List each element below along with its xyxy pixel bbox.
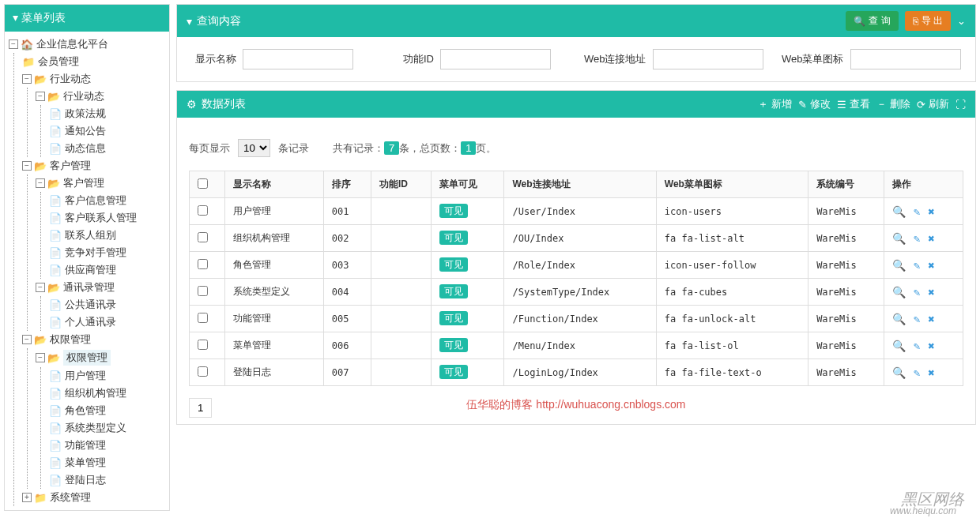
row-delete-icon[interactable]: ✖ — [928, 286, 934, 298]
display-name-input[interactable] — [243, 49, 353, 69]
row-view-icon[interactable]: 🔍 — [892, 232, 906, 245]
tree-leaf[interactable]: 📄用户管理 — [49, 367, 165, 385]
tree-leaf[interactable]: 📄通知公告 — [49, 122, 165, 140]
row-delete-icon[interactable]: ✖ — [928, 313, 934, 325]
tree-leaf[interactable]: 📄登陆日志 — [49, 471, 165, 489]
sidebar: ▾ 菜单列表 −🏠企业信息化平台 📁会员管理 −📂行业动态 −📂行业动态 📄政策… — [4, 4, 170, 511]
collapse-icon[interactable]: − — [9, 39, 18, 49]
row-checkbox[interactable] — [198, 286, 208, 296]
tree-node-selected[interactable]: −📂权限管理 — [36, 348, 165, 367]
row-edit-icon[interactable]: ✎ — [914, 259, 920, 272]
tree-node[interactable]: −📂权限管理 — [22, 331, 165, 348]
col-header[interactable]: 操作 — [884, 171, 963, 198]
col-header[interactable]: Web连接地址 — [504, 171, 656, 198]
row-view-icon[interactable]: 🔍 — [892, 286, 906, 298]
collapse-icon[interactable]: − — [22, 335, 32, 344]
page-size-select[interactable]: 10 — [238, 139, 270, 157]
function-id-input[interactable] — [440, 49, 551, 69]
search-button[interactable]: 🔍查 询 — [846, 11, 898, 31]
tree-leaf[interactable]: 📄公共通讯录 — [49, 296, 165, 313]
col-header[interactable]: 系统编号 — [808, 171, 884, 198]
cell-icon: fa fa-unlock-alt — [656, 306, 808, 332]
cell-sys: WareMis — [808, 225, 884, 252]
web-icon-input[interactable] — [850, 49, 961, 69]
tree-leaf[interactable]: 📄联系人组别 — [49, 227, 165, 244]
tree-leaf[interactable]: 📄菜单管理 — [49, 454, 165, 471]
file-icon: 📄 — [49, 108, 62, 120]
col-header[interactable]: 显示名称 — [225, 171, 323, 198]
row-edit-icon[interactable]: ✎ — [914, 232, 920, 245]
collapse-icon[interactable]: − — [36, 178, 45, 188]
cell-icon: icon-users — [656, 198, 808, 225]
cell-icon: fa fa-file-text-o — [656, 359, 808, 386]
tree-node[interactable]: +📁系统管理 — [22, 489, 165, 506]
tree-root[interactable]: −🏠企业信息化平台 — [9, 36, 165, 53]
row-checkbox[interactable] — [198, 205, 208, 216]
tree-leaf[interactable]: 📄政策法规 — [49, 105, 165, 122]
row-delete-icon[interactable]: ✖ — [928, 366, 934, 379]
row-checkbox[interactable] — [198, 232, 208, 242]
tree-leaf[interactable]: 📄功能管理 — [49, 437, 165, 454]
col-header[interactable]: Web菜单图标 — [656, 171, 808, 198]
row-delete-icon[interactable]: ✖ — [928, 205, 934, 218]
collapse-icon[interactable]: − — [22, 74, 32, 84]
collapse-icon[interactable]: − — [36, 92, 45, 101]
col-header[interactable]: 排序 — [323, 171, 371, 198]
add-button[interactable]: ＋新增 — [758, 97, 792, 111]
cell-order: 001 — [323, 198, 371, 225]
tree-leaf[interactable]: 📄系统类型定义 — [49, 419, 165, 437]
tree-leaf[interactable]: 📄个人通讯录 — [49, 313, 165, 331]
cell-name: 组织机构管理 — [225, 225, 323, 252]
tree-node[interactable]: −📂通讯录管理 — [36, 279, 165, 296]
row-view-icon[interactable]: 🔍 — [892, 205, 906, 218]
row-checkbox[interactable] — [198, 259, 208, 269]
row-view-icon[interactable]: 🔍 — [892, 259, 906, 272]
row-view-icon[interactable]: 🔍 — [892, 366, 906, 379]
tree-leaf[interactable]: 📄动态信息 — [49, 140, 165, 157]
cell-name: 菜单管理 — [225, 332, 323, 359]
tree-leaf[interactable]: 📄组织机构管理 — [49, 385, 165, 402]
row-edit-icon[interactable]: ✎ — [914, 205, 920, 218]
row-delete-icon[interactable]: ✖ — [928, 340, 934, 352]
tree-node[interactable]: −📂行业动态 — [36, 88, 165, 105]
select-all-checkbox[interactable] — [198, 178, 208, 189]
tree-node[interactable]: 📁会员管理 — [22, 53, 165, 70]
row-edit-icon[interactable]: ✎ — [914, 340, 920, 352]
row-checkbox[interactable] — [198, 313, 208, 323]
row-checkbox[interactable] — [198, 366, 208, 377]
cell-url: /LoginLog/Index — [504, 359, 656, 386]
tree-leaf[interactable]: 📄角色管理 — [49, 402, 165, 419]
edit-button[interactable]: ✎修改 — [798, 97, 831, 111]
row-view-icon[interactable]: 🔍 — [892, 313, 906, 325]
tree-leaf[interactable]: 📄供应商管理 — [49, 261, 165, 279]
collapse-icon[interactable]: − — [22, 161, 32, 171]
chevron-down-icon[interactable]: ⌄ — [957, 15, 966, 27]
cell-funcid — [371, 252, 431, 279]
data-panel: ⚙数据列表 ＋新增 ✎修改 ☰查看 －删除 ⟳刷新 ⛶ 每页显示 10 条记录 … — [176, 90, 976, 425]
row-delete-icon[interactable]: ✖ — [928, 232, 934, 245]
row-checkbox[interactable] — [198, 340, 208, 350]
row-edit-icon[interactable]: ✎ — [914, 366, 920, 379]
row-edit-icon[interactable]: ✎ — [914, 286, 920, 298]
collapse-icon[interactable]: − — [36, 353, 45, 362]
row-view-icon[interactable]: 🔍 — [892, 340, 906, 352]
row-delete-icon[interactable]: ✖ — [928, 259, 934, 272]
col-header[interactable]: 菜单可见 — [432, 171, 504, 198]
fullscreen-button[interactable]: ⛶ — [956, 99, 966, 111]
tree-node[interactable]: −📂客户管理 — [22, 157, 165, 175]
delete-button[interactable]: －删除 — [876, 97, 910, 111]
expand-icon[interactable]: + — [22, 493, 32, 502]
row-edit-icon[interactable]: ✎ — [914, 313, 920, 325]
tree-node[interactable]: −📂客户管理 — [36, 175, 165, 192]
tree-node[interactable]: −📂行业动态 — [22, 70, 165, 88]
page-1-button[interactable]: 1 — [189, 398, 212, 418]
view-button[interactable]: ☰查看 — [837, 97, 870, 111]
export-button[interactable]: ⎘导 出 — [905, 11, 951, 31]
collapse-icon[interactable]: − — [36, 283, 45, 292]
tree-leaf[interactable]: 📄竞争对手管理 — [49, 244, 165, 261]
refresh-button[interactable]: ⟳刷新 — [917, 97, 949, 111]
tree-leaf[interactable]: 📄客户信息管理 — [49, 192, 165, 209]
tree-leaf[interactable]: 📄客户联系人管理 — [49, 209, 165, 227]
web-url-input[interactable] — [653, 49, 763, 69]
col-header[interactable]: 功能ID — [371, 171, 431, 198]
